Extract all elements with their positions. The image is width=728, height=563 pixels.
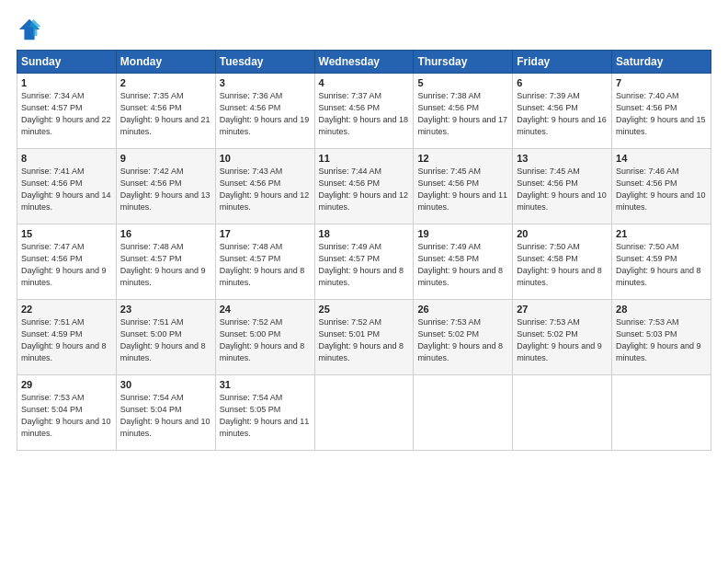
- day-info: Sunrise: 7:54 AMSunset: 5:04 PMDaylight:…: [120, 393, 210, 438]
- calendar-cell: 20Sunrise: 7:50 AMSunset: 4:58 PMDayligh…: [513, 224, 612, 300]
- weekday-header: Tuesday: [215, 51, 314, 74]
- day-info: Sunrise: 7:42 AMSunset: 4:56 PMDaylight:…: [120, 167, 210, 212]
- calendar-cell: [513, 375, 612, 451]
- calendar-cell: [612, 375, 711, 451]
- day-info: Sunrise: 7:53 AMSunset: 5:04 PMDaylight:…: [21, 393, 111, 438]
- calendar-cell: 5Sunrise: 7:38 AMSunset: 4:56 PMDaylight…: [414, 74, 513, 149]
- day-info: Sunrise: 7:35 AMSunset: 4:56 PMDaylight:…: [120, 91, 210, 136]
- calendar-cell: 25Sunrise: 7:52 AMSunset: 5:01 PMDayligh…: [314, 300, 414, 375]
- calendar-cell: 13Sunrise: 7:45 AMSunset: 4:56 PMDayligh…: [513, 149, 612, 224]
- day-info: Sunrise: 7:36 AMSunset: 4:56 PMDaylight:…: [220, 91, 310, 136]
- day-number: 29: [21, 379, 112, 390]
- calendar-cell: 17Sunrise: 7:48 AMSunset: 4:57 PMDayligh…: [215, 224, 314, 300]
- day-number: 24: [220, 304, 311, 315]
- day-info: Sunrise: 7:54 AMSunset: 5:05 PMDaylight:…: [220, 393, 310, 438]
- day-number: 23: [120, 304, 211, 315]
- calendar-cell: 19Sunrise: 7:49 AMSunset: 4:58 PMDayligh…: [414, 224, 513, 300]
- calendar-week-row: 22Sunrise: 7:51 AMSunset: 4:59 PMDayligh…: [17, 300, 711, 375]
- day-number: 28: [616, 304, 707, 315]
- day-number: 15: [21, 228, 112, 239]
- calendar-week-row: 15Sunrise: 7:47 AMSunset: 4:56 PMDayligh…: [17, 224, 711, 300]
- calendar-cell: 8Sunrise: 7:41 AMSunset: 4:56 PMDaylight…: [17, 149, 117, 224]
- day-number: 10: [220, 153, 311, 164]
- day-info: Sunrise: 7:45 AMSunset: 4:56 PMDaylight:…: [417, 167, 507, 212]
- day-number: 6: [517, 77, 608, 88]
- day-info: Sunrise: 7:48 AMSunset: 4:57 PMDaylight:…: [220, 242, 305, 287]
- day-info: Sunrise: 7:39 AMSunset: 4:56 PMDaylight:…: [517, 91, 607, 136]
- day-info: Sunrise: 7:40 AMSunset: 4:56 PMDaylight:…: [616, 91, 706, 136]
- day-info: Sunrise: 7:52 AMSunset: 5:00 PMDaylight:…: [220, 317, 305, 362]
- day-number: 16: [120, 228, 211, 239]
- calendar-cell: 28Sunrise: 7:53 AMSunset: 5:03 PMDayligh…: [612, 300, 711, 375]
- calendar-week-row: 1Sunrise: 7:34 AMSunset: 4:57 PMDaylight…: [17, 74, 711, 149]
- calendar-cell: 31Sunrise: 7:54 AMSunset: 5:05 PMDayligh…: [215, 375, 314, 451]
- day-number: 4: [319, 77, 410, 88]
- calendar-cell: 12Sunrise: 7:45 AMSunset: 4:56 PMDayligh…: [414, 149, 513, 224]
- calendar-cell: 30Sunrise: 7:54 AMSunset: 5:04 PMDayligh…: [116, 375, 215, 451]
- header-row: SundayMondayTuesdayWednesdayThursdayFrid…: [17, 51, 711, 74]
- calendar-cell: 6Sunrise: 7:39 AMSunset: 4:56 PMDaylight…: [513, 74, 612, 149]
- day-info: Sunrise: 7:47 AMSunset: 4:56 PMDaylight:…: [21, 242, 107, 287]
- day-info: Sunrise: 7:41 AMSunset: 4:56 PMDaylight:…: [21, 167, 111, 212]
- calendar-cell: 21Sunrise: 7:50 AMSunset: 4:59 PMDayligh…: [612, 224, 711, 300]
- page: SundayMondayTuesdayWednesdayThursdayFrid…: [0, 0, 728, 563]
- weekday-header: Friday: [513, 51, 612, 74]
- calendar-cell: 22Sunrise: 7:51 AMSunset: 4:59 PMDayligh…: [17, 300, 117, 375]
- calendar-cell: 27Sunrise: 7:53 AMSunset: 5:02 PMDayligh…: [513, 300, 612, 375]
- calendar-cell: 3Sunrise: 7:36 AMSunset: 4:56 PMDaylight…: [215, 74, 314, 149]
- day-number: 27: [517, 304, 608, 315]
- day-number: 19: [417, 228, 508, 239]
- day-number: 3: [220, 77, 311, 88]
- calendar-cell: [414, 375, 513, 451]
- logo-icon: [17, 17, 42, 42]
- calendar: SundayMondayTuesdayWednesdayThursdayFrid…: [17, 50, 711, 451]
- day-number: 2: [120, 77, 211, 88]
- calendar-cell: 14Sunrise: 7:46 AMSunset: 4:56 PMDayligh…: [612, 149, 711, 224]
- day-number: 1: [21, 77, 112, 88]
- day-info: Sunrise: 7:49 AMSunset: 4:58 PMDaylight:…: [417, 242, 503, 287]
- day-info: Sunrise: 7:46 AMSunset: 4:56 PMDaylight:…: [616, 167, 706, 212]
- day-info: Sunrise: 7:51 AMSunset: 4:59 PMDaylight:…: [21, 317, 107, 362]
- calendar-cell: [314, 375, 414, 451]
- day-number: 12: [417, 153, 508, 164]
- day-number: 17: [220, 228, 311, 239]
- weekday-header: Sunday: [17, 51, 117, 74]
- day-info: Sunrise: 7:44 AMSunset: 4:56 PMDaylight:…: [319, 167, 409, 212]
- day-number: 22: [21, 304, 112, 315]
- day-info: Sunrise: 7:34 AMSunset: 4:57 PMDaylight:…: [21, 91, 111, 136]
- day-number: 9: [120, 153, 211, 164]
- day-info: Sunrise: 7:52 AMSunset: 5:01 PMDaylight:…: [319, 317, 404, 362]
- day-number: 11: [319, 153, 410, 164]
- calendar-cell: 9Sunrise: 7:42 AMSunset: 4:56 PMDaylight…: [116, 149, 215, 224]
- day-info: Sunrise: 7:53 AMSunset: 5:02 PMDaylight:…: [517, 317, 602, 362]
- day-info: Sunrise: 7:50 AMSunset: 4:58 PMDaylight:…: [517, 242, 602, 287]
- calendar-cell: 7Sunrise: 7:40 AMSunset: 4:56 PMDaylight…: [612, 74, 711, 149]
- day-info: Sunrise: 7:38 AMSunset: 4:56 PMDaylight:…: [417, 91, 507, 136]
- day-number: 8: [21, 153, 112, 164]
- calendar-week-row: 29Sunrise: 7:53 AMSunset: 5:04 PMDayligh…: [17, 375, 711, 451]
- calendar-cell: 10Sunrise: 7:43 AMSunset: 4:56 PMDayligh…: [215, 149, 314, 224]
- day-info: Sunrise: 7:37 AMSunset: 4:56 PMDaylight:…: [319, 91, 409, 136]
- weekday-header: Saturday: [612, 51, 711, 74]
- calendar-cell: 24Sunrise: 7:52 AMSunset: 5:00 PMDayligh…: [215, 300, 314, 375]
- day-info: Sunrise: 7:53 AMSunset: 5:02 PMDaylight:…: [417, 317, 503, 362]
- calendar-cell: 4Sunrise: 7:37 AMSunset: 4:56 PMDaylight…: [314, 74, 414, 149]
- calendar-week-row: 8Sunrise: 7:41 AMSunset: 4:56 PMDaylight…: [17, 149, 711, 224]
- calendar-cell: 23Sunrise: 7:51 AMSunset: 5:00 PMDayligh…: [116, 300, 215, 375]
- logo: [17, 17, 46, 42]
- header: [17, 17, 711, 42]
- calendar-cell: 2Sunrise: 7:35 AMSunset: 4:56 PMDaylight…: [116, 74, 215, 149]
- day-number: 26: [417, 304, 508, 315]
- day-number: 5: [417, 77, 508, 88]
- day-info: Sunrise: 7:49 AMSunset: 4:57 PMDaylight:…: [319, 242, 404, 287]
- day-number: 20: [517, 228, 608, 239]
- day-number: 13: [517, 153, 608, 164]
- calendar-cell: 11Sunrise: 7:44 AMSunset: 4:56 PMDayligh…: [314, 149, 414, 224]
- day-number: 25: [319, 304, 410, 315]
- day-info: Sunrise: 7:51 AMSunset: 5:00 PMDaylight:…: [120, 317, 206, 362]
- day-number: 7: [616, 77, 707, 88]
- day-number: 31: [220, 379, 311, 390]
- day-info: Sunrise: 7:50 AMSunset: 4:59 PMDaylight:…: [616, 242, 701, 287]
- day-number: 18: [319, 228, 410, 239]
- calendar-cell: 1Sunrise: 7:34 AMSunset: 4:57 PMDaylight…: [17, 74, 117, 149]
